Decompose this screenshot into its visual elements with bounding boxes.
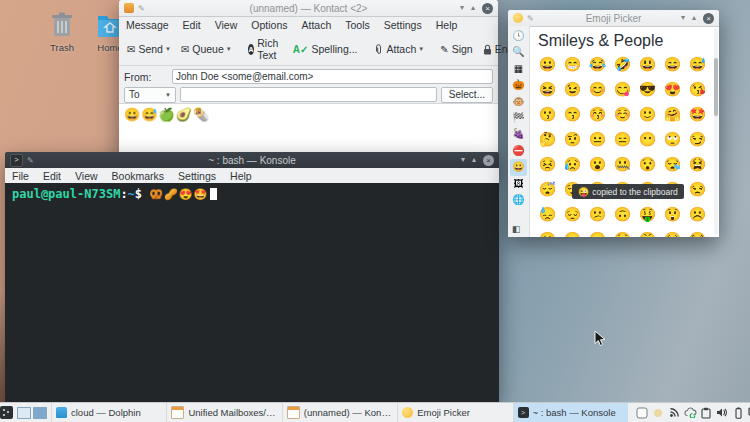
emoji-cell[interactable]: 🤩 bbox=[685, 102, 710, 127]
emoji-cell[interactable]: 😒 bbox=[685, 177, 710, 202]
select-recipients-button[interactable]: Select... bbox=[441, 87, 493, 103]
menu-item[interactable]: Settings bbox=[171, 168, 223, 184]
emoji-category-icon[interactable]: 🖼 bbox=[510, 176, 527, 192]
battery-icon[interactable] bbox=[732, 406, 745, 419]
emoji-cell[interactable]: ☹️ bbox=[685, 202, 710, 227]
minimize-button[interactable]: ▾ bbox=[461, 156, 465, 164]
emoji-cell[interactable]: 😅 bbox=[685, 52, 710, 77]
menu-item[interactable]: Help bbox=[429, 17, 465, 33]
emoji-cell[interactable]: 😂 bbox=[585, 52, 610, 77]
emoji-cell[interactable]: 😊 bbox=[585, 77, 610, 102]
emoji-cell[interactable]: 🙄 bbox=[660, 127, 685, 152]
close-button[interactable]: × bbox=[482, 3, 493, 14]
emoji-cell[interactable]: 😲 bbox=[660, 202, 685, 227]
emoji-category-icon[interactable]: ⛔ bbox=[510, 143, 527, 159]
menu-item[interactable]: Bookmarks bbox=[105, 168, 172, 184]
emoji-cell[interactable]: 😴 bbox=[535, 177, 560, 202]
emoji-cell[interactable]: 😞 bbox=[585, 227, 610, 237]
emoji-category-icon[interactable]: 🔍 bbox=[510, 44, 527, 60]
scrollbar[interactable] bbox=[714, 28, 718, 235]
from-field[interactable]: John Doe <some@email.com> bbox=[172, 69, 493, 84]
emoji-cell[interactable]: 😋 bbox=[610, 77, 635, 102]
attach-button[interactable]: Attach▼ bbox=[370, 41, 429, 57]
emoji-cell[interactable]: 🤑 bbox=[635, 202, 660, 227]
emoji-cell[interactable]: 🤗 bbox=[660, 102, 685, 127]
task-button-kontact-inbox[interactable]: Unified Mailboxes/Inbox — Ko... bbox=[166, 403, 281, 422]
status-dot-icon[interactable] bbox=[652, 406, 665, 419]
emoji-cell[interactable]: 😭 bbox=[685, 227, 710, 237]
emoji-cell[interactable]: 🤣 bbox=[610, 52, 635, 77]
emoji-cell[interactable]: 😫 bbox=[685, 152, 710, 177]
task-button-konsole[interactable]: > ~ : bash — Konsole bbox=[513, 403, 628, 422]
minimize-button[interactable]: ▾ bbox=[681, 14, 685, 22]
rich-text-button[interactable]: ARich Text bbox=[244, 35, 287, 63]
close-button[interactable]: × bbox=[483, 155, 494, 166]
emoji-cell[interactable]: 🤨 bbox=[560, 127, 585, 152]
menu-item[interactable]: Attach bbox=[294, 17, 338, 33]
emoji-cell[interactable]: ☺️ bbox=[610, 102, 635, 127]
task-button-emoji-picker[interactable]: Emoji Picker bbox=[397, 403, 512, 422]
menu-item[interactable]: Settings bbox=[377, 17, 429, 33]
emoji-cell[interactable]: 😕 bbox=[585, 202, 610, 227]
menu-item[interactable]: Edit bbox=[36, 168, 68, 184]
terminal-area[interactable]: paul@paul-N73SM:~$ 🥨🥜😍🤩 bbox=[5, 183, 499, 402]
emoji-cell[interactable]: 🙂 bbox=[635, 102, 660, 127]
volume-icon[interactable] bbox=[716, 406, 729, 419]
send-button[interactable]: ✉Send▼ bbox=[123, 41, 175, 57]
kontact-titlebar[interactable]: ✎ (unnamed) — Kontact <2> ▾ ▴ × bbox=[119, 0, 498, 17]
emoji-cell[interactable]: 😀 bbox=[535, 52, 560, 77]
virtual-desktop-pager[interactable] bbox=[13, 403, 51, 422]
menu-item[interactable]: Edit bbox=[176, 17, 208, 33]
emoji-cell[interactable]: 😙 bbox=[560, 102, 585, 127]
desktop-2-thumbnail[interactable] bbox=[33, 407, 47, 419]
emoji-cell[interactable]: 😑 bbox=[610, 127, 635, 152]
menu-item[interactable]: File bbox=[5, 168, 36, 184]
emoji-cell[interactable]: 😤 bbox=[635, 227, 660, 237]
sidebar-toggle-icon[interactable]: ◧ bbox=[512, 224, 521, 234]
emoji-cell[interactable]: 😆 bbox=[535, 77, 560, 102]
emoji-category-icon[interactable]: 🌐 bbox=[510, 192, 527, 208]
minimize-button[interactable]: ▾ bbox=[460, 4, 464, 12]
emoji-category-icon[interactable]: 🕓 bbox=[510, 28, 527, 44]
emoji-picker-titlebar[interactable]: ✎ Emoji Picker ▾ ▴ × bbox=[508, 10, 719, 27]
menu-item[interactable]: View bbox=[208, 17, 245, 33]
emoji-category-icon[interactable]: 🐵 bbox=[510, 94, 527, 110]
task-button-dolphin[interactable]: cloud — Dolphin bbox=[51, 403, 166, 422]
emoji-cell[interactable]: 😔 bbox=[560, 202, 585, 227]
emoji-cell[interactable]: 🤐 bbox=[610, 152, 635, 177]
emoji-cell[interactable]: 😢 bbox=[660, 227, 685, 237]
emoji-cell[interactable]: 😚 bbox=[585, 102, 610, 127]
emoji-cell[interactable]: 😉 bbox=[560, 77, 585, 102]
emoji-cell[interactable]: 😖 bbox=[560, 227, 585, 237]
emoji-cell[interactable]: 😄 bbox=[660, 52, 685, 77]
cloud-sync-icon[interactable] bbox=[684, 406, 697, 419]
emoji-cell[interactable]: 😁 bbox=[560, 52, 585, 77]
emoji-cell[interactable]: 😟 bbox=[610, 227, 635, 237]
emoji-category-icon[interactable]: ▦ bbox=[510, 61, 527, 77]
emoji-category-icon[interactable]: 🎃 bbox=[510, 77, 527, 93]
emoji-cell[interactable]: 😶 bbox=[635, 127, 660, 152]
emoji-cell[interactable]: 😏 bbox=[685, 127, 710, 152]
menu-item[interactable]: Options bbox=[244, 17, 294, 33]
emoji-cell[interactable]: 🙃 bbox=[610, 202, 635, 227]
scrollbar-thumb[interactable] bbox=[714, 58, 718, 116]
emoji-category-icon[interactable]: 🍇 bbox=[510, 126, 527, 142]
blank-app-icon[interactable] bbox=[636, 406, 649, 419]
task-button-kontact-composer[interactable]: (unnamed) — Kontact <2> bbox=[282, 403, 397, 422]
emoji-cell[interactable]: 😗 bbox=[535, 102, 560, 127]
close-button[interactable]: × bbox=[703, 13, 714, 24]
maximize-button[interactable]: ▴ bbox=[471, 4, 475, 12]
emoji-cell[interactable]: 😍 bbox=[660, 77, 685, 102]
maximize-button[interactable]: ▴ bbox=[472, 156, 476, 164]
emoji-cell[interactable]: 😣 bbox=[535, 152, 560, 177]
emoji-cell[interactable]: 😪 bbox=[660, 152, 685, 177]
emoji-cell[interactable]: 😮 bbox=[585, 152, 610, 177]
emoji-category-icon[interactable]: 🏁 bbox=[510, 110, 527, 126]
emoji-cell[interactable]: 😐 bbox=[585, 127, 610, 152]
emoji-cell[interactable]: 🤔 bbox=[535, 127, 560, 152]
emoji-cell[interactable]: 🙁 bbox=[535, 227, 560, 237]
app-launcher-button[interactable] bbox=[0, 403, 13, 422]
spelling-button[interactable]: A✓Spelling... bbox=[289, 41, 362, 57]
desktop-1-thumbnail[interactable] bbox=[17, 407, 31, 419]
to-field[interactable] bbox=[180, 87, 437, 102]
